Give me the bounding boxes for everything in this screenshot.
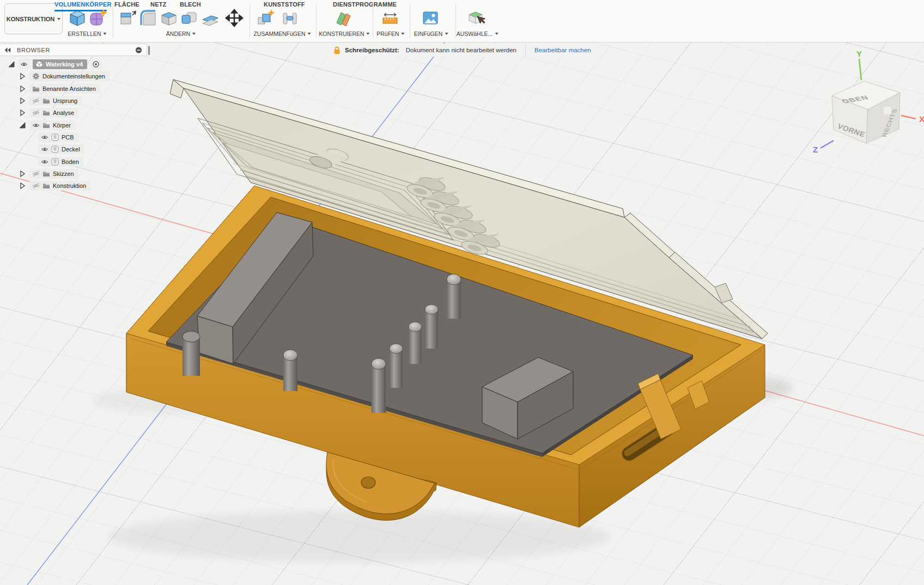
folder-icon <box>42 109 50 117</box>
group-zusammenfuegen[interactable]: ZUSAMMENFüGEN <box>253 31 311 37</box>
toolbar-separator <box>373 4 373 38</box>
tree-item-origin[interactable]: Ursprung <box>29 96 82 106</box>
group-einfuegen[interactable]: EINFüGEN <box>414 31 448 37</box>
toolbar: KONSTRUKTION VOLUMENKÖRPER FLÄCHE NETZ B… <box>0 0 924 42</box>
chevron-down-icon <box>367 33 370 35</box>
tree-row: Konstruktion <box>0 180 154 192</box>
eye-icon <box>32 121 40 129</box>
measure-icon[interactable] <box>380 8 400 28</box>
readonly-message: Schreibgeschützt: Dokument kann nicht be… <box>327 44 526 57</box>
eye-off-icon <box>32 109 40 117</box>
browser-title: BROWSER <box>17 47 130 53</box>
expand-closed-icon[interactable] <box>19 85 26 93</box>
select-icon[interactable] <box>466 8 486 28</box>
tree-row-root: Waterking v4 <box>0 58 154 70</box>
eye-off-icon <box>32 97 40 105</box>
chevron-down-icon <box>57 18 60 20</box>
filter-icon[interactable] <box>135 46 142 54</box>
eye-icon <box>41 133 48 141</box>
readonly-title: Schreibgeschützt: <box>345 47 399 53</box>
expand-closed-icon[interactable] <box>19 72 26 80</box>
group-aendern[interactable]: ÄNDERN <box>166 31 196 37</box>
new-component-icon[interactable] <box>256 8 276 28</box>
folder-icon <box>42 182 50 190</box>
chevron-down-icon <box>402 33 405 35</box>
folder-icon <box>42 170 50 178</box>
body-icon <box>51 145 59 153</box>
offset-face-icon[interactable] <box>200 8 220 28</box>
readonly-text: Dokument kann nicht bearbeitet werden <box>406 47 516 53</box>
tree-row: Deckel <box>0 143 154 155</box>
toolbar-separator <box>316 4 317 38</box>
tree-row: Dokumenteinstellungen <box>0 70 154 82</box>
eye-icon <box>20 60 28 68</box>
expand-closed-icon[interactable] <box>19 182 26 190</box>
body-icon <box>51 158 59 166</box>
eye-icon <box>41 158 48 166</box>
chevron-down-icon <box>495 33 498 35</box>
workspace-selector-label: KONSTRUKTION <box>7 16 55 22</box>
eye-icon <box>41 145 48 153</box>
toolbar-separator <box>113 4 113 38</box>
tree-row: Skizzen <box>0 168 154 180</box>
chevron-down-icon <box>445 33 448 35</box>
radio-dot-icon <box>92 60 100 68</box>
move-icon[interactable] <box>224 8 244 28</box>
tree-item-pcb[interactable]: PCB <box>38 132 78 142</box>
group-auswaehlen[interactable]: AUSWäHLE... <box>457 31 499 37</box>
tree-item-analysis[interactable]: Analyse <box>29 108 78 118</box>
tree-row: Ursprung <box>0 95 154 107</box>
activate-component-radio[interactable] <box>90 59 101 69</box>
group-konstruieren[interactable]: KONSTRUIEREN <box>319 31 369 37</box>
make-editable-button[interactable]: Bearbeitbar machen <box>526 44 600 57</box>
toolbar-separator <box>250 4 250 38</box>
fusion-window: OBEN VORNE RECHTS Y X Z KONSTRUKTION VOL… <box>0 0 924 585</box>
combine-icon[interactable] <box>180 8 199 28</box>
new-solid-icon[interactable] <box>68 8 87 28</box>
tree-item-construction[interactable]: Konstruktion <box>29 181 90 191</box>
body-icon <box>51 133 59 141</box>
tree-item-deckel[interactable]: Deckel <box>38 144 84 154</box>
expand-open-icon[interactable] <box>19 121 26 129</box>
press-pull-icon[interactable] <box>118 8 137 28</box>
group-erstellen[interactable]: ERSTELLEN <box>68 31 106 37</box>
expand-closed-icon[interactable] <box>19 109 26 117</box>
expand-open-icon[interactable] <box>8 60 15 68</box>
tree-item-bodies-folder[interactable]: Körper <box>29 120 75 130</box>
browser-header: BROWSER <box>0 44 147 56</box>
tree-row: Analyse <box>0 107 154 119</box>
expand-closed-icon[interactable] <box>19 97 26 105</box>
eye-off-icon <box>32 170 40 178</box>
fillet-icon[interactable] <box>138 8 158 28</box>
construct-plane-icon[interactable] <box>333 8 353 28</box>
component-cube-icon <box>35 60 43 68</box>
shell-icon[interactable] <box>159 8 179 28</box>
group-pruefen[interactable]: PRüFEN <box>376 31 404 37</box>
folder-icon <box>42 97 50 105</box>
folder-icon <box>42 121 50 129</box>
tree-item-settings[interactable]: Dokumenteinstellungen <box>29 71 110 81</box>
visibility-toggle[interactable] <box>19 59 29 69</box>
readonly-banner: Schreibgeschützt: Dokument kann nicht be… <box>327 44 600 57</box>
chevron-down-icon <box>192 33 196 35</box>
panel-scrollbar[interactable] <box>148 46 150 55</box>
eye-off-icon <box>32 182 40 190</box>
tree-item-document[interactable]: Waterking v4 <box>33 59 87 69</box>
expand-closed-icon[interactable] <box>19 170 26 178</box>
folder-icon <box>32 85 40 93</box>
tree-item-named-views[interactable]: Benannte Ansichten <box>29 84 100 94</box>
insert-image-icon[interactable] <box>421 8 440 28</box>
tree-item-boden[interactable]: Boden <box>38 157 83 167</box>
tree-row: Körper <box>0 119 154 131</box>
toolbar-separator <box>410 4 410 38</box>
tree-row: Boden <box>0 155 154 167</box>
create-form-icon[interactable] <box>89 8 108 28</box>
tree-item-sketches[interactable]: Skizzen <box>29 169 78 179</box>
chevron-down-icon <box>308 33 311 35</box>
tree-row: PCB <box>0 131 154 143</box>
tree-row: Benannte Ansichten <box>0 83 154 95</box>
workspace-selector[interactable]: KONSTRUKTION <box>4 3 63 34</box>
collapse-panel-icon[interactable] <box>4 46 11 54</box>
joint-icon[interactable] <box>280 8 300 28</box>
chevron-down-icon <box>104 33 107 35</box>
